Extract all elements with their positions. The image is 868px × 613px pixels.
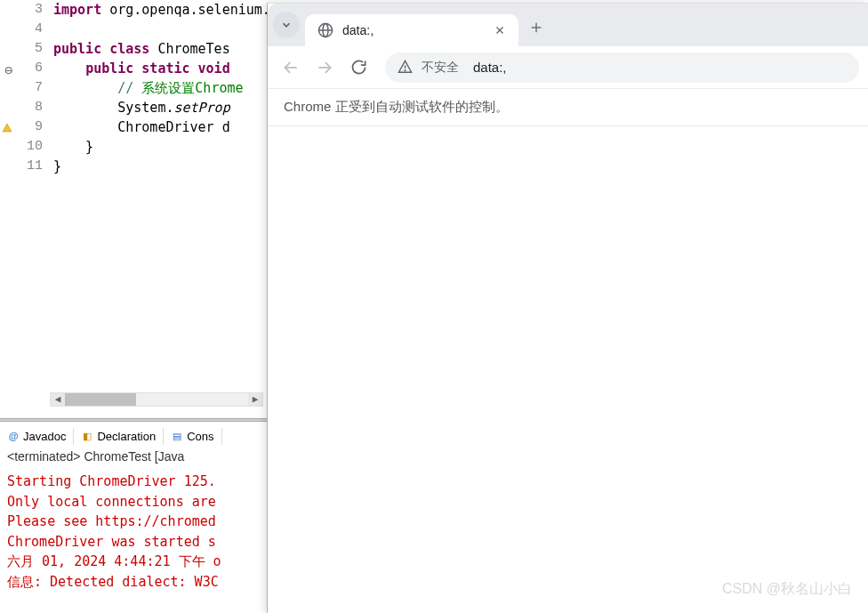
banner-text: Chrome 正受到自动测试软件的控制。 <box>284 99 509 116</box>
browser-toolbar: 不安全 data:, <box>268 46 868 89</box>
at-icon: @ <box>7 430 20 442</box>
tab-console[interactable]: ▤ Cons <box>164 428 221 445</box>
warning-marker-icon <box>2 121 12 132</box>
new-tab-button[interactable] <box>524 15 549 40</box>
reload-icon <box>350 59 367 76</box>
horizontal-scrollbar[interactable]: ◀ ▶ <box>50 392 263 407</box>
tab-label: Javadoc <box>23 430 66 443</box>
console-status: <terminated> ChromeTest [Java <box>7 449 184 464</box>
scroll-right-arrow[interactable]: ▶ <box>248 393 262 406</box>
chrome-window: data:, 不安全 data:, Chrome 正受到自动测试软件的控制。 <box>267 3 868 613</box>
security-label: 不安全 <box>422 60 459 76</box>
tab-label: Cons <box>187 430 213 443</box>
fold-minus-icon[interactable]: ⊖ <box>2 62 12 73</box>
warning-icon <box>398 60 413 75</box>
console-icon: ▤ <box>171 430 183 442</box>
line-number: 8 <box>0 98 50 117</box>
scroll-thumb[interactable] <box>65 393 136 406</box>
forward-button[interactable] <box>310 53 339 82</box>
chevron-down-icon <box>280 19 293 31</box>
gutter: 3456⊖7891011 <box>0 0 50 412</box>
tab-title: data:, <box>342 23 483 37</box>
line-number: 11 <box>0 157 50 176</box>
arrow-left-icon <box>282 59 300 77</box>
automation-banner: Chrome 正受到自动测试软件的控制。 <box>268 89 868 126</box>
watermark: CSDN @秋名山小白 <box>722 580 852 599</box>
close-icon <box>494 25 505 36</box>
scroll-left-arrow[interactable]: ◀ <box>51 393 65 406</box>
tab-javadoc[interactable]: @ Javadoc <box>0 428 74 445</box>
svg-point-10 <box>405 70 406 71</box>
tab-declaration[interactable]: ◧ Declaration <box>74 428 164 445</box>
browser-tabstrip: data:, <box>268 4 868 46</box>
line-number: 10 <box>0 137 50 157</box>
address-bar[interactable]: 不安全 data:, <box>385 52 859 83</box>
declaration-icon: ◧ <box>81 430 93 442</box>
browser-tab[interactable]: data:, <box>305 14 518 46</box>
reload-button[interactable] <box>344 53 373 82</box>
line-number: 6⊖ <box>0 59 50 78</box>
arrow-right-icon <box>316 59 334 77</box>
line-number: 7 <box>0 78 50 98</box>
line-number: 9 <box>0 117 50 137</box>
tab-label: Declaration <box>97 430 156 443</box>
plus-icon <box>529 20 543 35</box>
tab-search-button[interactable] <box>273 12 300 38</box>
line-number: 5 <box>0 39 50 59</box>
line-number: 3 <box>0 0 50 20</box>
url-text: data:, <box>473 60 507 75</box>
close-tab-button[interactable] <box>492 22 508 38</box>
globe-icon <box>317 22 334 38</box>
line-number: 4 <box>0 20 50 39</box>
back-button[interactable] <box>277 53 305 82</box>
